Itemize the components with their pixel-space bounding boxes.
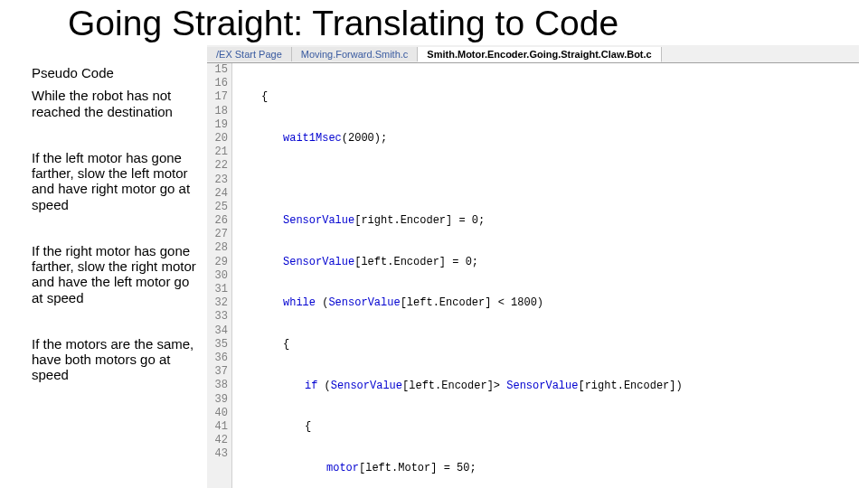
code-line: while (SensorValue[left.Encoder] < 1800) (240, 296, 695, 310)
line-number: 32 (207, 296, 228, 310)
code-text: [left.Encoder] = 0; (354, 256, 478, 268)
line-number: 29 (207, 256, 228, 269)
line-number: 31 (207, 283, 228, 296)
line-number: 41 (207, 420, 228, 434)
line-number: 17 (207, 90, 228, 104)
slide-title: Going Straight: Translating to Code (68, 4, 859, 43)
kw: while (283, 296, 316, 309)
code-area: 15 16 17 18 19 20 21 22 23 24 25 26 27 2… (207, 63, 859, 488)
code-text: ( (316, 296, 328, 309)
code-line: { (240, 90, 695, 104)
kw: SensorValue (331, 380, 402, 392)
kw: SensorValue (328, 296, 400, 309)
pseudo-heading: Pseudo Code (32, 65, 203, 80)
line-number: 16 (207, 77, 228, 90)
code-text: ( (317, 380, 330, 392)
kw: motor (326, 462, 359, 474)
line-number: 21 (207, 145, 228, 159)
line-number: 39 (207, 393, 228, 407)
code-line: motor[left.Motor] = 50; (240, 462, 695, 475)
code-text: [right.Encoder]) (578, 380, 682, 392)
line-number: 15 (207, 63, 228, 77)
editor-pane: /EX Start Page Moving.Forward.Smith.c Sm… (207, 45, 859, 488)
kw: wait1Msec (283, 132, 342, 145)
tab-moving-forward[interactable]: Moving.Forward.Smith.c (292, 47, 419, 61)
tab-bar: /EX Start Page Moving.Forward.Smith.c Sm… (207, 45, 859, 63)
code-text: [left.Encoder]> (402, 380, 506, 392)
line-number: 25 (207, 201, 228, 214)
code-line: { (240, 420, 695, 434)
code-line: SensorValue[left.Encoder] = 0; (240, 256, 695, 269)
line-number: 18 (207, 105, 228, 118)
pseudo-p4: If the motors are the same, have both mo… (32, 336, 203, 383)
code-line: SensorValue[right.Encoder] = 0; (240, 214, 695, 228)
line-number: 38 (207, 379, 228, 392)
code-line: wait1Msec(2000); (240, 132, 695, 145)
kw: SensorValue (283, 256, 354, 268)
kw: SensorValue (506, 380, 578, 392)
code-line: if (SensorValue[left.Encoder]> SensorVal… (240, 380, 695, 393)
tab-start-page[interactable]: /EX Start Page (207, 47, 292, 61)
line-number: 40 (207, 407, 228, 420)
pseudo-column: Pseudo Code While the robot has not reac… (9, 45, 203, 488)
content-row: Pseudo Code While the robot has not reac… (9, 45, 859, 488)
line-number: 22 (207, 159, 228, 173)
line-number: 27 (207, 228, 228, 241)
line-number: 33 (207, 310, 228, 324)
line-number: 26 (207, 214, 228, 228)
line-number: 23 (207, 174, 228, 187)
code-text: [right.Encoder] = 0; (354, 214, 485, 227)
line-number: 24 (207, 187, 228, 201)
line-number: 20 (207, 132, 228, 145)
code-line (240, 174, 695, 187)
pseudo-p3: If the right motor has gone farther, slo… (32, 243, 203, 305)
pseudo-p1: While the robot has not reached the dest… (32, 88, 203, 119)
line-number: 30 (207, 269, 228, 283)
kw: SensorValue (283, 214, 354, 227)
line-number: 43 (207, 447, 228, 461)
tab-going-straight[interactable]: Smith.Motor.Encoder.Going.Straight.Claw.… (418, 47, 661, 62)
code-text: (2000); (342, 132, 387, 145)
code-text: [left.Motor] = 50; (359, 462, 476, 474)
line-number: 34 (207, 324, 228, 338)
line-gutter: 15 16 17 18 19 20 21 22 23 24 25 26 27 2… (207, 63, 232, 488)
kw: if (305, 380, 317, 392)
line-number: 35 (207, 338, 228, 352)
code-line: { (240, 338, 695, 352)
code-text: [left.Encoder] < 1800) (401, 296, 543, 309)
line-number: 28 (207, 241, 228, 255)
pseudo-p2: If the left motor has gone farther, slow… (32, 150, 203, 212)
line-number: 37 (207, 365, 228, 379)
line-number: 36 (207, 352, 228, 365)
code-body[interactable]: { wait1Msec(2000); SensorValue[right.Enc… (232, 63, 695, 488)
line-number: 42 (207, 434, 228, 447)
line-number: 19 (207, 118, 228, 132)
